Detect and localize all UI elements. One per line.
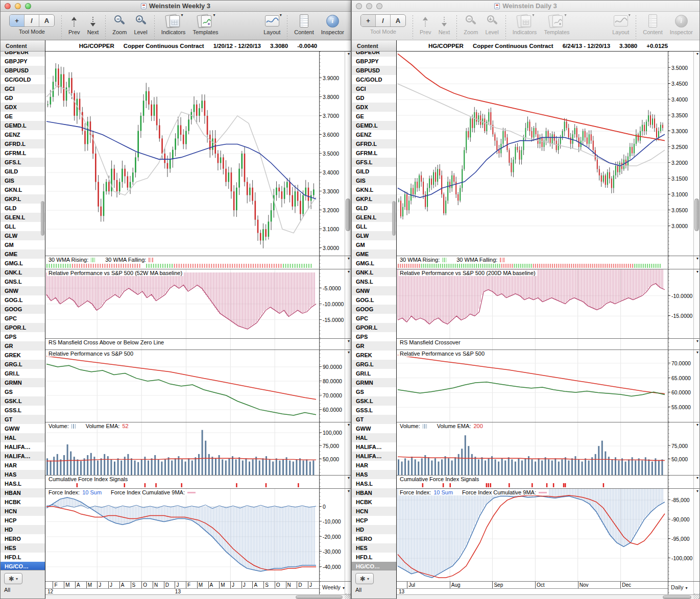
sidebar-item-hban[interactable]: HBAN: [352, 488, 396, 497]
close-button[interactable]: [356, 3, 362, 9]
sidebar-item-halifa-[interactable]: HALIFA…: [1, 452, 45, 461]
sidebar-item-gd[interactable]: GD: [352, 93, 396, 103]
sidebar-item-gbpeur[interactable]: GBPEUR: [352, 52, 396, 57]
sidebar-item-gdx[interactable]: GDX: [1, 103, 45, 112]
zoom-in-button[interactable]: + Level: [485, 14, 498, 35]
sidebar-item-has[interactable]: HAS: [1, 470, 45, 479]
prev-button[interactable]: Prev: [420, 14, 431, 35]
sidebar-item-grg-l[interactable]: GRG.L: [352, 360, 396, 369]
vertical-scrollbar-thumb[interactable]: [694, 198, 699, 231]
sidebar-item-gpor-l[interactable]: GPOR.L: [352, 323, 396, 332]
sidebar-item-gog-l[interactable]: GOG.L: [352, 295, 396, 305]
zoom-out-button[interactable]: − Zoom: [112, 14, 127, 35]
sidebar-item-gns-l[interactable]: GNS.L: [352, 277, 396, 286]
sidebar-item-hfd-l[interactable]: HFD.L: [1, 553, 45, 562]
symbol-list[interactable]: GBPEURGBPJPYGBPUSDGC/GOLDGCIGDGDXGEGEMD.…: [1, 52, 45, 570]
sidebar-item-gnk-l[interactable]: GNK.L: [1, 268, 45, 277]
sidebar-item-gog-l[interactable]: GOG.L: [1, 295, 45, 305]
sidebar-item-gd[interactable]: GD: [1, 93, 45, 103]
indicators-button[interactable]: ▾ Indicators: [513, 14, 537, 35]
sidebar-item-gld[interactable]: GLD: [352, 204, 396, 213]
trendline-tool-button[interactable]: /: [376, 15, 391, 27]
sidebar-item-gme[interactable]: GME: [1, 249, 45, 259]
sidebar-item-hg-co-[interactable]: HG/CO…: [352, 562, 396, 570]
sidebar-item-gis[interactable]: GIS: [352, 176, 396, 185]
sidebar-item-hd[interactable]: HD: [1, 525, 45, 534]
tool-mode-control[interactable]: + / A: [360, 14, 406, 27]
sidebar-item-gis[interactable]: GIS: [1, 176, 45, 185]
sidebar-item-hero[interactable]: HERO: [1, 534, 45, 543]
sidebar-item-gfrd-l[interactable]: GFRD.L: [352, 139, 396, 148]
sidebar-item-gbpjpy[interactable]: GBPJPY: [1, 57, 45, 66]
sidebar-scrollbar-thumb[interactable]: [392, 201, 396, 236]
trendline-tool-button[interactable]: /: [25, 15, 39, 27]
minimize-button[interactable]: [15, 3, 21, 9]
sidebar-item-har[interactable]: HAR: [1, 461, 45, 470]
sidebar-item-has-l[interactable]: HAS.L: [352, 479, 396, 488]
zoom-button[interactable]: [376, 3, 382, 9]
sidebar-item-halifa-[interactable]: HALIFA…: [352, 452, 396, 461]
titlebar[interactable]: Weinstein Weekly 3: [1, 1, 351, 12]
sidebar-item-gbpusd[interactable]: GBPUSD: [352, 66, 396, 75]
crosshair-tool-button[interactable]: +: [10, 15, 25, 27]
sidebar-item-gme[interactable]: GME: [352, 249, 396, 259]
sidebar-item-gild[interactable]: GILD: [352, 167, 396, 176]
sidebar-item-hcp[interactable]: HCP: [1, 516, 45, 525]
templates-button[interactable]: ▾ Templates: [192, 14, 218, 35]
sidebar-item-gsk-l[interactable]: GSK.L: [1, 396, 45, 406]
minimize-button[interactable]: [366, 3, 372, 9]
sidebar-item-har[interactable]: HAR: [352, 461, 396, 470]
next-button[interactable]: Next: [439, 14, 450, 35]
sidebar-item-hd[interactable]: HD: [352, 525, 396, 534]
sidebar-item-grek[interactable]: GREK: [352, 351, 396, 360]
sidebar-item-gri-l[interactable]: GRI.L: [352, 369, 396, 378]
symbol-list[interactable]: GBPEURGBPJPYGBPUSDGC/GOLDGCIGDGDXGEGEMD.…: [352, 52, 396, 570]
sidebar-item-gr[interactable]: GR: [1, 341, 45, 351]
sidebar-item-hg-co-[interactable]: HG/CO…: [1, 562, 45, 570]
sidebar-item-gsk-l[interactable]: GSK.L: [352, 396, 396, 406]
zoom-out-button[interactable]: − Zoom: [464, 14, 478, 35]
sidebar-item-gt[interactable]: GT: [1, 415, 45, 424]
sidebar-item-ge[interactable]: GE: [352, 112, 396, 121]
zoom-button[interactable]: [25, 3, 31, 9]
panel-dropdown-icon[interactable]: ▾: [348, 52, 350, 57]
panel-dropdown-icon[interactable]: ▾: [348, 350, 350, 355]
timeframe-dropdown[interactable]: Weekly▾: [322, 584, 345, 590]
sidebar-item-gll[interactable]: GLL: [352, 222, 396, 231]
sidebar-item-gfrd-l[interactable]: GFRD.L: [1, 139, 45, 148]
sidebar-item-gkn-l[interactable]: GKN.L: [352, 185, 396, 194]
sidebar-item-gkp-l[interactable]: GKP.L: [352, 194, 396, 204]
panel-dropdown-icon[interactable]: ▾: [696, 422, 698, 428]
panel-dropdown-icon[interactable]: ▾: [696, 269, 698, 274]
horizontal-scrollbar-thumb[interactable]: [663, 595, 691, 599]
sidebar-item-gll[interactable]: GLL: [1, 222, 45, 231]
sidebar-item-glen-l[interactable]: GLEN.L: [352, 213, 396, 222]
sidebar-item-gc-gold[interactable]: GC/GOLD: [1, 75, 45, 84]
sidebar-item-hes[interactable]: HES: [1, 543, 45, 553]
zoom-in-button[interactable]: + Level: [134, 14, 147, 35]
horizontal-scrollbar-thumb[interactable]: [296, 595, 343, 599]
sidebar-item-gdx[interactable]: GDX: [352, 103, 396, 112]
sidebar-item-gkp-l[interactable]: GKP.L: [1, 194, 45, 204]
panel-dropdown-icon[interactable]: ▾: [696, 489, 698, 494]
inspector-button[interactable]: i Inspector: [321, 14, 344, 35]
panel-dropdown-icon[interactable]: ▾: [696, 350, 698, 355]
sidebar-item-gpc[interactable]: GPC: [352, 314, 396, 323]
vertical-scrollbar-thumb[interactable]: [346, 198, 350, 231]
panel-dropdown-icon[interactable]: ▾: [696, 476, 698, 481]
sidebar-item-grmn[interactable]: GRMN: [352, 378, 396, 387]
sidebar-item-has-l[interactable]: HAS.L: [1, 479, 45, 488]
sidebar-item-gbpusd[interactable]: GBPUSD: [1, 66, 45, 75]
panel-dropdown-icon[interactable]: ▾: [348, 476, 350, 481]
sidebar-item-gnw[interactable]: GNW: [1, 286, 45, 295]
sidebar-item-gps[interactable]: GPS: [352, 332, 396, 341]
sidebar-item-gmg-l[interactable]: GMG.L: [352, 259, 396, 268]
sidebar-item-gpc[interactable]: GPC: [1, 314, 45, 323]
sidebar-item-has[interactable]: HAS: [352, 470, 396, 479]
sidebar-item-grek[interactable]: GREK: [1, 351, 45, 360]
timeframe-dropdown[interactable]: Daily▾: [671, 584, 687, 590]
sidebar-item-hal[interactable]: HAL: [352, 433, 396, 442]
sidebar-item-hcp[interactable]: HCP: [352, 516, 396, 525]
sidebar-item-gld[interactable]: GLD: [1, 204, 45, 213]
sidebar-item-hcn[interactable]: HCN: [352, 507, 396, 516]
